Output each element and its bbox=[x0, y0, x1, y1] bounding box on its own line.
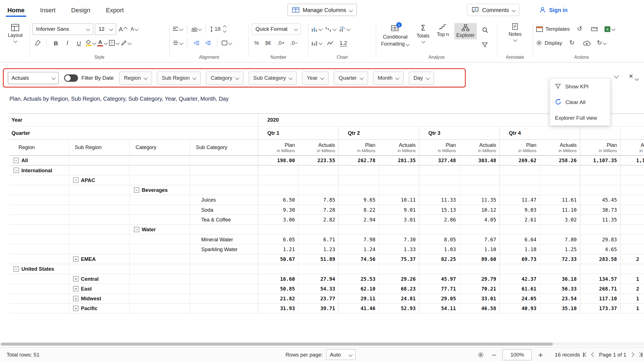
row-height-control[interactable]: 18 bbox=[210, 23, 226, 34]
rows-per-page-select[interactable]: Auto bbox=[326, 349, 356, 360]
measure-header-actuals[interactable]: Actualsin Millions bbox=[379, 140, 419, 155]
display-button[interactable]: Display bbox=[536, 37, 562, 48]
dim-header-sub-region[interactable]: Sub Region bbox=[69, 140, 130, 155]
sign-in-button[interactable]: Sign in bbox=[535, 4, 572, 16]
tab-home[interactable]: Home bbox=[7, 5, 25, 15]
notes-button[interactable]: Notes bbox=[500, 20, 530, 42]
quarter-header-qtr-3[interactable]: Qtr 3 bbox=[419, 127, 499, 140]
chart-decimal-button[interactable]: 1.2 bbox=[338, 37, 348, 48]
field-pill-category[interactable]: Category bbox=[206, 71, 243, 84]
dim-header-region[interactable]: Region bbox=[10, 140, 69, 155]
totals-button[interactable]: Σ Totals bbox=[415, 23, 432, 44]
previous-page-button[interactable] bbox=[592, 353, 595, 356]
measure-header-actuals[interactable]: Actualsin Millions bbox=[298, 140, 338, 155]
expand-toggle-icon[interactable]: + bbox=[73, 286, 79, 291]
undo-button[interactable]: ↺ bbox=[575, 23, 584, 34]
row-label-cell[interactable]: −International bbox=[10, 166, 69, 175]
row-label-cell[interactable]: Mineral Water bbox=[190, 235, 258, 244]
search-button[interactable] bbox=[480, 25, 490, 35]
measure-header-plan[interactable]: Planin Millions bbox=[580, 140, 620, 155]
field-pill-year[interactable]: Year bbox=[302, 71, 329, 84]
tab-design[interactable]: Design bbox=[70, 5, 91, 15]
fill-color-button[interactable] bbox=[86, 37, 96, 48]
field-pill-day[interactable]: Day bbox=[409, 71, 434, 84]
dim-header-sub-category[interactable]: Sub Category bbox=[190, 140, 258, 155]
row-label-cell[interactable]: Tea & Coffee bbox=[190, 215, 258, 224]
measure-header-plan[interactable]: Planin Millions bbox=[338, 140, 379, 155]
explorer-collapse-button[interactable] bbox=[614, 74, 618, 77]
publish-button[interactable] bbox=[582, 37, 592, 48]
row-label-cell[interactable]: +Midwest bbox=[69, 294, 130, 303]
shrink-font-button[interactable]: A bbox=[129, 23, 139, 34]
templates-button[interactable]: Templates bbox=[536, 23, 570, 34]
bold-button[interactable]: B bbox=[51, 37, 61, 48]
bar-chart-button[interactable] bbox=[311, 23, 322, 34]
wrap-text-button[interactable]: ab bbox=[191, 23, 202, 34]
measure-header-plan[interactable]: Planin Millions bbox=[258, 140, 298, 155]
percent-button[interactable]: % bbox=[254, 37, 260, 48]
format-painter-button[interactable] bbox=[32, 37, 42, 48]
row-label-cell[interactable]: −United States bbox=[10, 264, 69, 274]
field-pill-sub-category[interactable]: Sub Category bbox=[248, 71, 297, 84]
row-label-cell[interactable]: +Pacific bbox=[69, 304, 130, 313]
top-n-button[interactable]: Top n bbox=[435, 23, 451, 39]
collapse-toggle-icon[interactable]: − bbox=[13, 168, 19, 173]
stepper-up-icon[interactable] bbox=[223, 25, 226, 29]
horizontal-align-button[interactable] bbox=[172, 23, 183, 34]
borders-button[interactable] bbox=[109, 37, 119, 48]
combo-chart-button[interactable] bbox=[339, 23, 350, 34]
row-label-cell[interactable]: −Beverages bbox=[130, 185, 190, 195]
cell-style-button[interactable] bbox=[221, 37, 232, 48]
field-pill-month[interactable]: Month bbox=[373, 71, 403, 84]
menu-item-clear-all[interactable]: Clear All bbox=[550, 94, 610, 110]
grow-font-button[interactable]: A bbox=[118, 23, 128, 34]
measure-header-plan[interactable]: Planin Millions bbox=[419, 140, 459, 155]
row-label-cell[interactable]: −All bbox=[10, 156, 69, 165]
stepper-down-icon[interactable] bbox=[223, 29, 226, 32]
dim-header-category[interactable]: Category bbox=[130, 140, 190, 155]
table-settings-button[interactable] bbox=[476, 349, 486, 360]
collapse-toggle-icon[interactable]: − bbox=[134, 227, 139, 232]
collapse-toggle-icon[interactable]: − bbox=[134, 187, 139, 193]
explorer-close-button[interactable]: × bbox=[629, 72, 633, 80]
scrollbar-thumb[interactable] bbox=[1, 343, 553, 345]
field-pill-region[interactable]: Region bbox=[119, 71, 152, 84]
expand-toggle-icon[interactable]: + bbox=[73, 306, 79, 311]
tab-export[interactable]: Export bbox=[105, 5, 125, 15]
chart-options-button[interactable] bbox=[311, 37, 322, 48]
expand-toggle-icon[interactable]: + bbox=[73, 256, 79, 262]
row-label-cell[interactable]: Soda bbox=[190, 205, 258, 214]
row-label-cell[interactable]: −APAC bbox=[69, 175, 130, 185]
row-label-cell[interactable]: +East bbox=[69, 284, 130, 293]
sparkline-button[interactable] bbox=[325, 37, 335, 48]
expand-toggle-icon[interactable]: + bbox=[73, 296, 79, 301]
export-excel-button[interactable]: X bbox=[604, 23, 615, 34]
menu-item-explorer-full-view[interactable]: Explorer Full view bbox=[550, 110, 610, 125]
redo-button[interactable]: ↻ bbox=[567, 37, 577, 48]
waterfall-chart-button[interactable] bbox=[325, 23, 336, 34]
row-label-cell[interactable]: Juices bbox=[190, 195, 258, 205]
collapse-toggle-icon[interactable]: − bbox=[13, 158, 19, 163]
row-label-cell[interactable]: +EMEA bbox=[69, 254, 130, 264]
tab-insert[interactable]: Insert bbox=[39, 5, 56, 15]
fit-columns-button[interactable] bbox=[589, 23, 599, 34]
decrease-decimal-button[interactable]: .0− bbox=[290, 37, 299, 48]
increase-indent-button[interactable] bbox=[203, 37, 213, 48]
manage-columns-button[interactable]: Manage Columns bbox=[288, 4, 357, 16]
font-family-select[interactable]: Inforiver Sans bbox=[32, 23, 93, 35]
measure-header-actuals[interactable]: Actualsin Millions bbox=[540, 140, 580, 155]
measure-header-actuals[interactable]: Actualsin Millions bbox=[459, 140, 499, 155]
quarter-header-qtr-1[interactable]: Qtr 1 bbox=[258, 127, 338, 140]
quarter-header-qtr-2[interactable]: Qtr 2 bbox=[338, 127, 419, 140]
quick-format-select[interactable]: Quick Format bbox=[252, 23, 301, 35]
horizontal-scrollbar[interactable] bbox=[0, 342, 644, 346]
refresh-button[interactable]: ↻ bbox=[596, 37, 606, 48]
layout-button[interactable]: Layout bbox=[4, 20, 26, 43]
first-page-button[interactable] bbox=[583, 352, 588, 357]
underline-button[interactable]: U bbox=[74, 37, 84, 48]
collapse-toggle-icon[interactable]: − bbox=[73, 178, 79, 183]
vertical-align-button[interactable] bbox=[172, 37, 183, 48]
row-label-cell[interactable]: Sparkling Water bbox=[190, 244, 258, 254]
conditional-formatting-button[interactable]: 1 Conditional Formatting bbox=[379, 23, 411, 48]
zoom-in-button[interactable]: + bbox=[538, 351, 543, 358]
